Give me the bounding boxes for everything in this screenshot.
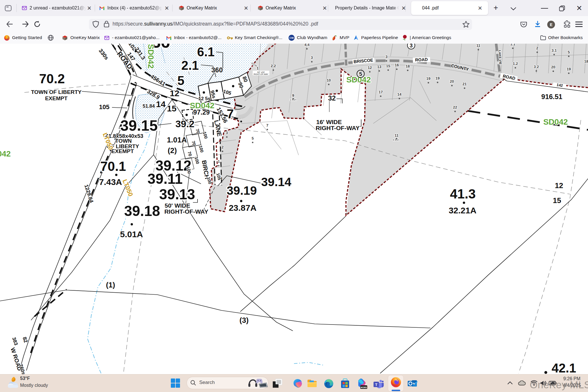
svg-text:(2): (2) xyxy=(168,146,177,155)
svg-text:12: 12 xyxy=(368,65,372,70)
svg-text:LT050: LT050 xyxy=(121,178,134,198)
svg-text:3: 3 xyxy=(311,55,313,60)
svg-text:32.21A: 32.21A xyxy=(449,206,477,215)
svg-text:2: 2 xyxy=(221,145,223,149)
svg-text:4.4: 4.4 xyxy=(304,44,310,47)
svg-text:70: 70 xyxy=(187,151,193,157)
svg-text:5: 5 xyxy=(359,71,362,77)
svg-text:SD042: SD042 xyxy=(346,75,371,84)
svg-text:(3): (3) xyxy=(239,316,249,325)
svg-text:12 5s: 12 5s xyxy=(198,96,211,101)
svg-text:39.14: 39.14 xyxy=(261,175,291,189)
svg-text:14: 14 xyxy=(156,99,166,109)
svg-text:5.01A: 5.01A xyxy=(120,229,143,239)
svg-text:3 2: 3 2 xyxy=(534,65,539,69)
svg-text:19: 19 xyxy=(436,76,440,80)
svg-text:39.19: 39.19 xyxy=(227,184,257,197)
svg-text:1.2: 1.2 xyxy=(513,61,518,66)
svg-text:70.1: 70.1 xyxy=(100,159,126,174)
svg-text:2.2: 2.2 xyxy=(271,64,276,68)
svg-text:1: 1 xyxy=(256,66,258,70)
svg-text:100: 100 xyxy=(202,131,209,139)
svg-text:10: 10 xyxy=(327,78,331,82)
svg-text:16: 16 xyxy=(395,63,399,67)
svg-text:12: 12 xyxy=(170,88,179,98)
svg-text:70.2: 70.2 xyxy=(39,71,65,86)
svg-text:M365: M365 xyxy=(361,386,367,389)
svg-text:12: 12 xyxy=(555,181,563,190)
svg-text:2.1: 2.1 xyxy=(181,58,199,72)
svg-text:105: 105 xyxy=(99,103,110,111)
svg-text:19: 19 xyxy=(567,67,571,71)
svg-text:20: 20 xyxy=(450,79,454,84)
svg-text:SD042: SD042 xyxy=(146,44,155,69)
svg-text:383: 383 xyxy=(11,337,19,346)
svg-text:17: 17 xyxy=(379,90,383,94)
svg-text:13: 13 xyxy=(377,65,381,69)
svg-text:RIGHT-OF-WAY: RIGHT-OF-WAY xyxy=(164,208,208,215)
svg-text:1.01A: 1.01A xyxy=(167,136,187,144)
svg-text:16' WIDE: 16' WIDE xyxy=(316,119,342,125)
svg-text:18: 18 xyxy=(584,59,588,63)
svg-text:3.1: 3.1 xyxy=(552,48,557,53)
svg-text:39.15: 39.15 xyxy=(120,117,158,134)
svg-text:22: 22 xyxy=(453,105,457,109)
svg-text:11: 11 xyxy=(394,133,399,138)
svg-text:RIGHT-OF-WAY: RIGHT-OF-WAY xyxy=(316,125,359,131)
svg-text:100: 100 xyxy=(206,176,213,185)
svg-text:15: 15 xyxy=(553,196,561,205)
svg-text:39.18: 39.18 xyxy=(124,203,160,219)
svg-text:19: 19 xyxy=(426,76,430,81)
svg-text:2: 2 xyxy=(536,46,538,50)
svg-text:6.1: 6.1 xyxy=(197,45,214,59)
svg-text:330s: 330s xyxy=(98,48,110,61)
svg-text:100: 100 xyxy=(198,145,205,153)
svg-text:82: 82 xyxy=(22,336,29,343)
svg-text:50' WIDE: 50' WIDE xyxy=(165,202,190,209)
svg-text:ROAD: ROAD xyxy=(415,57,428,62)
svg-text:T: T xyxy=(375,383,378,387)
svg-text:SD042: SD042 xyxy=(190,101,214,110)
svg-text:15: 15 xyxy=(386,64,390,68)
svg-text:70: 70 xyxy=(195,128,201,134)
svg-text:1: 1 xyxy=(218,159,220,164)
svg-text:360: 360 xyxy=(211,66,223,74)
svg-text:3: 3 xyxy=(226,131,228,135)
svg-text:3: 3 xyxy=(410,44,413,49)
svg-text:RIGHT-OF-WAY: RIGHT-OF-WAY xyxy=(254,73,268,75)
svg-text:5: 5 xyxy=(252,136,254,140)
svg-text:32: 32 xyxy=(328,94,336,102)
svg-text:1.1: 1.1 xyxy=(510,44,515,46)
svg-text:3: 3 xyxy=(385,55,387,59)
svg-text:14: 14 xyxy=(397,92,402,96)
svg-text:51.84: 51.84 xyxy=(143,103,155,109)
svg-text:9: 9 xyxy=(292,93,294,98)
svg-text:20: 20 xyxy=(551,65,555,69)
svg-text:39.11: 39.11 xyxy=(148,171,183,187)
svg-text:7: 7 xyxy=(266,123,268,128)
svg-text:EXEMPT: EXEMPT xyxy=(111,148,134,154)
svg-text:916.51: 916.51 xyxy=(541,93,562,101)
svg-text:15: 15 xyxy=(167,104,176,113)
svg-text:42.1: 42.1 xyxy=(552,361,576,375)
svg-text:70: 70 xyxy=(191,140,197,146)
svg-text:23.87A: 23.87A xyxy=(229,203,257,213)
svg-text:042: 042 xyxy=(0,149,11,158)
svg-text:39.2: 39.2 xyxy=(175,118,194,129)
svg-text:142: 142 xyxy=(556,83,563,88)
svg-text:21: 21 xyxy=(463,82,467,86)
svg-text:SD042: SD042 xyxy=(543,117,568,126)
svg-text:5: 5 xyxy=(568,50,570,54)
svg-text:11: 11 xyxy=(476,44,480,48)
svg-text:5: 5 xyxy=(177,74,184,88)
svg-text:EXEMPT: EXEMPT xyxy=(45,95,68,101)
svg-text:TOWN OF LIBERTY: TOWN OF LIBERTY xyxy=(31,89,82,95)
svg-text:TOWN: TOWN xyxy=(115,138,132,144)
svg-text:7.43A: 7.43A xyxy=(99,177,122,187)
svg-text:41.3: 41.3 xyxy=(450,186,476,201)
svg-text:100: 100 xyxy=(194,156,200,165)
svg-text:(1): (1) xyxy=(106,281,115,289)
svg-text:18: 18 xyxy=(406,64,410,68)
svg-text:39.13: 39.13 xyxy=(159,186,195,202)
